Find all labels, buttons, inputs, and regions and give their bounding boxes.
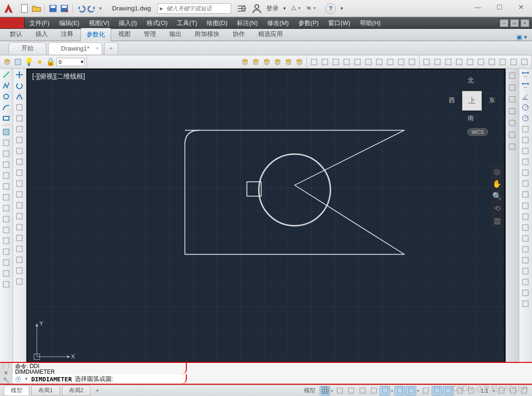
exchange-icon[interactable]: ▼ bbox=[305, 3, 317, 14]
layout-tab-model[interactable]: 模型 bbox=[4, 385, 29, 396]
gen-icon[interactable] bbox=[520, 211, 531, 222]
search-input[interactable] bbox=[165, 5, 231, 12]
ribbon-tab-2[interactable]: 注释 bbox=[55, 27, 79, 41]
menu-3[interactable]: 插入(I) bbox=[114, 18, 141, 28]
command-window[interactable]: ⋮⋮ ✕ 🔧 命令: DDI DIMDIAMETER ⦿ ▼ DIMDIAMET… bbox=[0, 362, 532, 385]
minimize-button[interactable]: — bbox=[467, 0, 488, 14]
status-gear[interactable] bbox=[496, 386, 506, 396]
login-label[interactable]: 登录 bbox=[266, 4, 279, 13]
maximize-button[interactable]: ☐ bbox=[488, 0, 510, 14]
ribbon-tab-4[interactable]: 视图 bbox=[112, 27, 137, 41]
gen-icon[interactable] bbox=[1, 246, 11, 257]
rotate-icon[interactable] bbox=[14, 80, 25, 91]
gen-icon[interactable] bbox=[1, 268, 11, 279]
status-otrack[interactable] bbox=[420, 386, 431, 396]
gen-icon[interactable] bbox=[507, 118, 517, 128]
dimlin-icon[interactable] bbox=[520, 80, 531, 91]
gen-icon[interactable] bbox=[14, 276, 25, 287]
layout-add-icon[interactable]: ＋ bbox=[92, 386, 103, 396]
gen-icon[interactable] bbox=[14, 113, 25, 123]
app-logo[interactable] bbox=[0, 0, 17, 17]
undo-icon[interactable] bbox=[76, 3, 86, 14]
gen-icon[interactable] bbox=[309, 57, 319, 67]
gen-icon[interactable] bbox=[14, 178, 25, 189]
gen-icon[interactable] bbox=[1, 149, 11, 159]
gen-icon[interactable] bbox=[14, 146, 25, 156]
save-icon[interactable] bbox=[48, 3, 58, 14]
status-infer[interactable] bbox=[346, 386, 356, 396]
menu-4[interactable]: 格式(O) bbox=[142, 18, 173, 28]
status-iso[interactable] bbox=[394, 386, 405, 396]
gen-icon[interactable] bbox=[465, 57, 475, 67]
status-polar[interactable] bbox=[380, 386, 390, 396]
command-handle[interactable]: ⋮⋮ ✕ 🔧 bbox=[0, 363, 12, 384]
layers-icon[interactable] bbox=[283, 57, 294, 67]
gen-icon[interactable] bbox=[1, 257, 11, 268]
autodesk-app-icon[interactable]: ▼ bbox=[290, 3, 302, 14]
saveas-icon[interactable] bbox=[59, 3, 70, 14]
ribbon-tab-6[interactable]: 输出 bbox=[163, 27, 188, 41]
gen-icon[interactable] bbox=[507, 130, 517, 140]
mirror-icon[interactable] bbox=[14, 91, 25, 102]
circle-icon[interactable] bbox=[1, 91, 11, 102]
menu-11[interactable]: 帮助(H) bbox=[355, 18, 385, 28]
gen-icon[interactable] bbox=[14, 102, 25, 113]
gen-icon[interactable] bbox=[520, 277, 531, 287]
nav-zoom-icon[interactable]: 🔍 bbox=[493, 192, 501, 200]
gen-icon[interactable] bbox=[520, 124, 531, 134]
gen-icon[interactable] bbox=[476, 57, 486, 67]
move-icon[interactable] bbox=[14, 70, 25, 80]
redo-icon[interactable] bbox=[87, 3, 97, 14]
status-custom[interactable] bbox=[519, 386, 529, 396]
layout-tab-1[interactable]: 布局1 bbox=[31, 385, 60, 396]
gen-icon[interactable] bbox=[385, 57, 395, 67]
ribbon-tab-3[interactable]: 参数化 bbox=[80, 28, 111, 41]
search-button-icon[interactable] bbox=[236, 3, 247, 14]
gen-icon[interactable] bbox=[507, 94, 517, 105]
status-max[interactable] bbox=[507, 386, 518, 396]
gen-icon[interactable] bbox=[487, 57, 497, 67]
app-menu-button[interactable] bbox=[0, 18, 25, 28]
gen-icon[interactable] bbox=[396, 57, 406, 67]
search-dropdown-icon[interactable]: ▶ bbox=[158, 6, 165, 11]
nav-orbit-icon[interactable]: ⟲ bbox=[493, 204, 501, 212]
hatch-icon[interactable] bbox=[1, 127, 11, 137]
gen-icon[interactable] bbox=[520, 201, 531, 211]
gen-icon[interactable] bbox=[14, 222, 25, 232]
gen-icon[interactable] bbox=[421, 57, 432, 67]
gen-icon[interactable] bbox=[432, 57, 443, 67]
gen-icon[interactable] bbox=[520, 189, 531, 200]
gen-icon[interactable] bbox=[454, 57, 464, 67]
gen-icon[interactable] bbox=[320, 57, 330, 67]
gen-icon[interactable] bbox=[14, 211, 25, 221]
nav-pan-icon[interactable]: ✋ bbox=[493, 179, 501, 188]
ribbon-tab-7[interactable]: 附加模块 bbox=[189, 27, 226, 41]
gen-icon[interactable] bbox=[520, 157, 531, 167]
gen-icon[interactable] bbox=[14, 233, 25, 243]
cmd-settings-icon[interactable]: 🔧 bbox=[3, 377, 9, 383]
gen-icon[interactable] bbox=[507, 141, 517, 152]
layers-icon[interactable] bbox=[262, 57, 272, 67]
layers-icon[interactable] bbox=[294, 57, 305, 67]
gen-icon[interactable] bbox=[1, 181, 11, 192]
status-props[interactable] bbox=[466, 386, 476, 396]
layer-properties-icon[interactable] bbox=[2, 57, 12, 67]
dimlin-icon[interactable] bbox=[520, 70, 531, 80]
gen-icon[interactable] bbox=[1, 236, 11, 246]
layout-tab-2[interactable]: 布局2 bbox=[62, 385, 91, 396]
nav-showmotion-icon[interactable]: ▥ bbox=[493, 216, 501, 225]
gen-icon[interactable] bbox=[519, 57, 530, 67]
status-ortho[interactable] bbox=[368, 386, 379, 396]
gen-icon[interactable] bbox=[14, 124, 25, 134]
view-cube[interactable]: 北 西 东 南 上 WCS bbox=[448, 74, 495, 136]
mdi-minimize-icon[interactable]: – bbox=[500, 19, 508, 27]
gen-icon[interactable] bbox=[14, 244, 25, 254]
layers-icon[interactable] bbox=[272, 57, 283, 67]
help-icon[interactable]: ? bbox=[325, 3, 336, 14]
gen-icon[interactable] bbox=[497, 57, 508, 67]
new-icon[interactable] bbox=[20, 3, 30, 14]
gen-icon[interactable] bbox=[520, 266, 531, 276]
arc-icon[interactable] bbox=[1, 102, 11, 113]
ribbon-tab-8[interactable]: 协作 bbox=[227, 27, 251, 41]
layers-icon[interactable] bbox=[240, 57, 250, 67]
